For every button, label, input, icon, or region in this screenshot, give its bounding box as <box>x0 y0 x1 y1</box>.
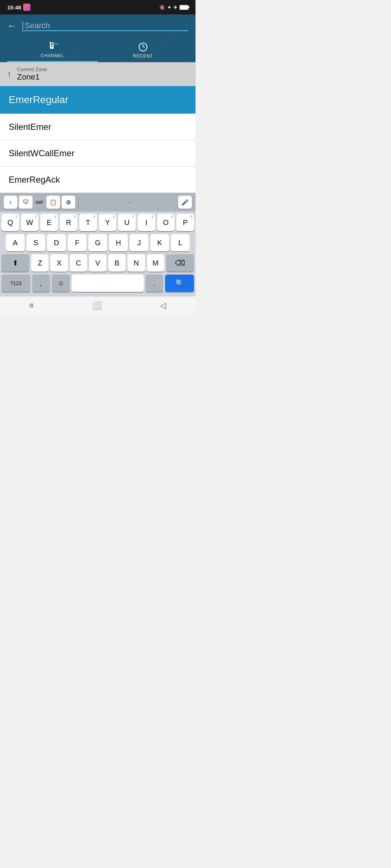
channel-item-silentwcallemer[interactable]: SilentWCallEmer <box>0 140 196 167</box>
nav-home-icon[interactable]: ⬜ <box>92 301 102 310</box>
emoji-key[interactable]: ☺ <box>52 275 70 292</box>
period-key[interactable]: . <box>146 275 164 292</box>
key-row-1: Q1 W2 E3 R4 T5 Y6 U7 I8 O9 P0 <box>1 214 194 231</box>
zone-text-block: Current Zone Zone1 <box>17 67 47 82</box>
key-y[interactable]: Y6 <box>99 214 117 231</box>
cursor-bar <box>22 21 23 30</box>
key-row-4: ?123 ， ☺ . 🔍 <box>1 275 194 292</box>
key-h[interactable]: H <box>109 234 128 251</box>
svg-rect-3 <box>50 42 50 44</box>
keyboard-toolbar: ‹ 🗨 GIF 📋 ⚙ ··· 🎤 <box>0 193 196 212</box>
time-display: 15:48 <box>7 4 21 10</box>
status-bar: 15:48 🔇 ✦ ✈ <box>0 0 196 14</box>
key-p[interactable]: P0 <box>176 214 194 231</box>
numbers-key[interactable]: ?123 <box>1 275 30 292</box>
keyboard: ‹ 🗨 GIF 📋 ⚙ ··· 🎤 Q1 W2 E3 R4 T5 Y6 U7 I… <box>0 193 196 296</box>
key-d[interactable]: D <box>47 234 66 251</box>
channel-list: EmerRegular SilentEmer SilentWCallEmer E… <box>0 86 196 193</box>
tab-recent[interactable]: RECENT <box>98 37 188 62</box>
key-v[interactable]: V <box>89 254 106 272</box>
key-b[interactable]: B <box>108 254 126 272</box>
channel-item-silentemer[interactable]: SilentEmer <box>0 114 196 140</box>
bluetooth-icon: ✦ <box>167 5 171 10</box>
key-l[interactable]: L <box>171 234 190 251</box>
key-c[interactable]: C <box>70 254 87 272</box>
channel-item-emerregack[interactable]: EmerRegAck <box>0 167 196 193</box>
key-e[interactable]: E3 <box>40 214 58 231</box>
header: ← Search ⟺ CHANNEL <box>0 14 196 62</box>
tab-channel[interactable]: ⟺ CHANNEL <box>7 37 98 62</box>
key-j[interactable]: J <box>130 234 148 251</box>
vibrate-icon: 🔇 <box>159 5 165 10</box>
emoji-sticker-button[interactable]: 🗨 <box>19 196 33 209</box>
settings-button[interactable]: ⚙ <box>62 196 75 209</box>
key-row-2: A S D F G H J K L <box>1 234 194 251</box>
current-zone-label: Current Zone <box>17 67 47 72</box>
backspace-key[interactable]: ⌫ <box>166 254 194 272</box>
keyboard-back-button[interactable]: ‹ <box>4 196 17 209</box>
key-q[interactable]: Q1 <box>1 214 19 231</box>
key-k[interactable]: K <box>150 234 169 251</box>
keyboard-keys: Q1 W2 E3 R4 T5 Y6 U7 I8 O9 P0 A S D F G … <box>0 212 196 296</box>
gif-button[interactable]: GIF <box>34 196 45 209</box>
app-icon <box>23 4 30 11</box>
key-n[interactable]: N <box>127 254 145 272</box>
key-i[interactable]: I8 <box>138 214 155 231</box>
tab-channel-label: CHANNEL <box>41 53 64 58</box>
zone-row: ↑ Current Zone Zone1 <box>0 62 196 86</box>
key-t[interactable]: T5 <box>79 214 97 231</box>
zone-name: Zone1 <box>17 72 47 82</box>
key-u[interactable]: U7 <box>118 214 136 231</box>
key-m[interactable]: M <box>147 254 164 272</box>
key-w[interactable]: W2 <box>21 214 39 231</box>
space-key[interactable] <box>72 275 144 292</box>
nav-menu-icon[interactable]: ≡ <box>29 301 34 310</box>
airplane-icon: ✈ <box>173 5 177 10</box>
key-x[interactable]: X <box>50 254 68 272</box>
clock-icon <box>138 42 148 52</box>
tabs-row: ⟺ CHANNEL RECENT <box>7 37 188 62</box>
key-f[interactable]: F <box>68 234 87 251</box>
svg-point-2 <box>51 46 52 47</box>
status-left: 15:48 <box>7 4 30 11</box>
status-right: 🔇 ✦ ✈ <box>159 5 188 10</box>
walkie-talkie-icon: ⟺ <box>47 41 58 52</box>
key-s[interactable]: S <box>26 234 45 251</box>
channel-item-emerregular[interactable]: EmerRegular <box>0 86 196 114</box>
comma-key[interactable]: ， <box>32 275 50 292</box>
search-key[interactable]: 🔍 <box>165 275 194 292</box>
toolbar-divider <box>78 197 79 208</box>
search-input-wrapper[interactable]: Search <box>22 21 188 31</box>
key-g[interactable]: G <box>88 234 107 251</box>
microphone-button[interactable]: 🎤 <box>178 196 192 209</box>
search-placeholder: Search <box>25 21 50 30</box>
key-o[interactable]: O9 <box>157 214 175 231</box>
svg-rect-1 <box>51 43 53 45</box>
nav-back-icon[interactable]: ◁ <box>160 301 166 310</box>
back-button[interactable]: ← <box>7 20 17 31</box>
tab-recent-label: RECENT <box>133 54 153 59</box>
battery-icon <box>180 5 188 10</box>
shift-key[interactable]: ⬆ <box>1 254 29 272</box>
search-row: ← Search <box>7 20 188 37</box>
key-r[interactable]: R4 <box>60 214 77 231</box>
zone-up-arrow-icon: ↑ <box>7 69 11 79</box>
key-a[interactable]: A <box>6 234 25 251</box>
nav-bar: ≡ ⬜ ◁ <box>0 296 196 314</box>
more-options-button[interactable]: ··· <box>81 199 177 206</box>
svg-text:⟺: ⟺ <box>54 42 58 46</box>
clipboard-button[interactable]: 📋 <box>46 196 60 209</box>
key-row-3: ⬆ Z X C V B N M ⌫ <box>1 254 194 272</box>
key-z[interactable]: Z <box>31 254 49 272</box>
